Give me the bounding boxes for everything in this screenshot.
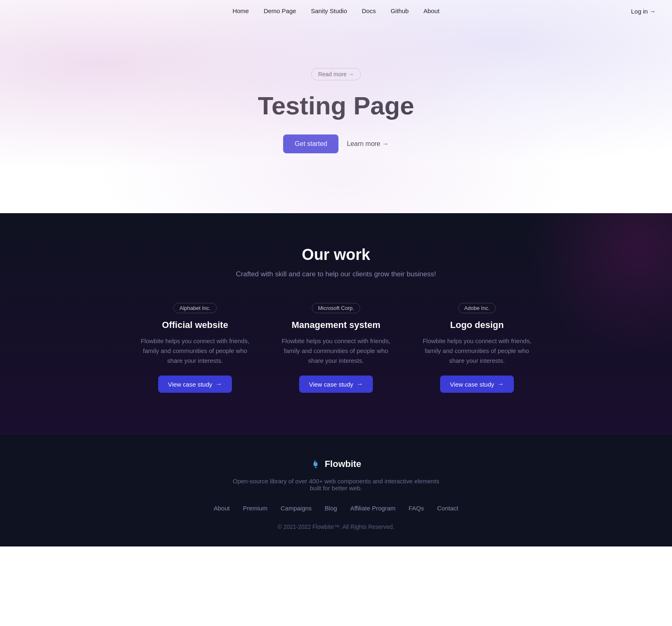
hero-title: Testing Page bbox=[258, 92, 414, 120]
footer-link-contact[interactable]: Contact bbox=[437, 505, 459, 512]
nav-link-home[interactable]: Home bbox=[232, 7, 249, 14]
our-work-heading: Our work bbox=[16, 246, 656, 264]
footer-link-affiliate-program[interactable]: Affiliate Program bbox=[350, 505, 396, 512]
hero-section: Read more → Testing Page Get started Lea… bbox=[0, 0, 672, 213]
arrow-icon: → bbox=[497, 380, 504, 388]
nav-link-github[interactable]: Github bbox=[390, 7, 409, 14]
hero-buttons: Get started Learn more → bbox=[283, 134, 388, 153]
card-badge: Adobe Inc. bbox=[458, 303, 496, 313]
footer-link-premium[interactable]: Premium bbox=[243, 505, 268, 512]
nav-link-demo-page[interactable]: Demo Page bbox=[263, 7, 296, 14]
card-description: Flowbite helps you connect with friends,… bbox=[279, 336, 393, 366]
learn-more-link[interactable]: Learn more → bbox=[347, 140, 388, 148]
main-nav: HomeDemo PageSanity StudioDocsGithubAbou… bbox=[0, 0, 672, 22]
footer-copyright: © 2021-2022 Flowbite™. All Rights Reserv… bbox=[16, 524, 656, 530]
flame-icon bbox=[311, 459, 320, 469]
footer-link-campaigns[interactable]: Campaigns bbox=[281, 505, 312, 512]
card-title: Official website bbox=[138, 320, 252, 330]
our-work-section: Our work Crafted with skill and care to … bbox=[0, 213, 672, 434]
card-badge: Alphabet Inc. bbox=[173, 303, 217, 313]
case-study-card: Adobe Inc. Logo design Flowbite helps yo… bbox=[413, 303, 541, 393]
footer-link-faqs[interactable]: FAQs bbox=[409, 505, 424, 512]
footer-links: AboutPremiumCampaignsBlogAffiliate Progr… bbox=[16, 505, 656, 512]
our-work-subtitle: Crafted with skill and care to help our … bbox=[16, 270, 656, 278]
footer-logo: Flowbite bbox=[16, 459, 656, 469]
view-case-study-button[interactable]: View case study → bbox=[440, 376, 514, 393]
card-description: Flowbite helps you connect with friends,… bbox=[138, 336, 252, 366]
case-study-card: Microsoft Corp. Management system Flowbi… bbox=[272, 303, 400, 393]
view-case-study-button[interactable]: View case study → bbox=[299, 376, 373, 393]
footer-link-blog[interactable]: Blog bbox=[325, 505, 337, 512]
login-link[interactable]: Log in → bbox=[631, 8, 656, 15]
read-more-badge[interactable]: Read more → bbox=[311, 68, 361, 80]
card-title: Logo design bbox=[420, 320, 534, 330]
card-badge: Microsoft Corp. bbox=[312, 303, 360, 313]
arrow-icon: → bbox=[356, 380, 363, 388]
nav-link-sanity-studio[interactable]: Sanity Studio bbox=[311, 7, 347, 14]
nav-link-about[interactable]: About bbox=[423, 7, 439, 14]
card-description: Flowbite helps you connect with friends,… bbox=[420, 336, 534, 366]
nav-link-docs[interactable]: Docs bbox=[362, 7, 376, 14]
arrow-icon: → bbox=[216, 380, 222, 388]
case-study-cards: Alphabet Inc. Official website Flowbite … bbox=[131, 303, 541, 393]
nav-links: HomeDemo PageSanity StudioDocsGithubAbou… bbox=[232, 7, 439, 15]
card-title: Management system bbox=[279, 320, 393, 330]
footer-brand: Flowbite bbox=[325, 459, 361, 469]
view-case-study-button[interactable]: View case study → bbox=[158, 376, 232, 393]
footer-link-about[interactable]: About bbox=[214, 505, 230, 512]
case-study-card: Alphabet Inc. Official website Flowbite … bbox=[131, 303, 259, 393]
get-started-button[interactable]: Get started bbox=[283, 134, 338, 153]
footer-description: Open-source library of over 400+ web com… bbox=[229, 478, 443, 492]
footer: Flowbite Open-source library of over 400… bbox=[0, 434, 672, 546]
